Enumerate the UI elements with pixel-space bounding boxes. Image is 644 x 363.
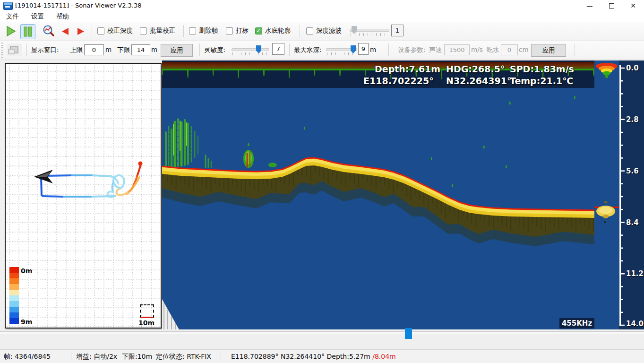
lower-limit-label: 下限 bbox=[117, 46, 130, 54]
checkbox-icon bbox=[189, 27, 196, 35]
draft-unit: cm bbox=[519, 46, 529, 53]
checkbox-icon bbox=[97, 27, 104, 35]
map-scale-label: 10m bbox=[138, 319, 155, 327]
overlay-speed: SPD:1.83m/s bbox=[510, 64, 574, 74]
close-button[interactable]: ✕ bbox=[622, 0, 644, 11]
max-depth-value: 9 bbox=[358, 43, 369, 55]
maximize-icon bbox=[609, 3, 614, 9]
display-apply-button[interactable]: 应用 bbox=[161, 44, 193, 57]
depth-tick-label: 2.8 bbox=[626, 115, 644, 124]
menu-bar: 文件 设置 帮助 bbox=[0, 11, 644, 22]
magnifier-chart-icon bbox=[42, 25, 55, 38]
overlay-latitude: N32.264391° bbox=[446, 76, 511, 86]
sonar-echogram[interactable]: Depth:7.61m HDG:268.5° SPD:1.83m/s E118.… bbox=[162, 60, 594, 329]
max-depth-slider[interactable] bbox=[326, 45, 357, 56]
depth-scale: 0.0 2.8 5.6 8.4 11.2 14.0 bbox=[619, 60, 644, 329]
toolbar-playback: 校正深度 批量校正 删除帧 打标 水底轮廓 深度滤波 1 bbox=[0, 22, 644, 41]
max-depth-label: 最大水深: bbox=[294, 46, 322, 54]
scrollbar-track[interactable] bbox=[0, 331, 644, 334]
window-title: [191014-151711] - Sonar Viewer V2.3.38 bbox=[15, 2, 142, 9]
overlay-heading: HDG:268.5° bbox=[446, 64, 505, 74]
app-icon bbox=[3, 2, 13, 10]
sound-speed-label: 声速 bbox=[429, 46, 442, 54]
checkbox-icon bbox=[140, 27, 147, 35]
sensitivity-label: 灵敏度: bbox=[204, 46, 225, 54]
depth-tick-label: 0.0 bbox=[626, 64, 644, 72]
menu-file[interactable]: 文件 bbox=[0, 12, 25, 21]
status-position: E118.702889° N32.264410° Depth:5.27m /8.… bbox=[231, 350, 396, 363]
pause-button[interactable] bbox=[20, 24, 35, 39]
checkbox-label: 删除帧 bbox=[199, 26, 218, 35]
track-map bbox=[6, 64, 161, 328]
arrow-left-icon bbox=[61, 27, 69, 35]
checkbox-depth-filter[interactable]: 深度滤波 bbox=[306, 26, 342, 35]
menu-settings[interactable]: 设置 bbox=[25, 12, 50, 21]
minimize-button[interactable]: — bbox=[579, 0, 601, 11]
checkbox-icon bbox=[306, 27, 313, 35]
checkbox-label: 校正深度 bbox=[107, 26, 133, 35]
checkbox-label: 批量校正 bbox=[150, 26, 175, 35]
depth-filter-value: 1 bbox=[391, 25, 404, 36]
fish-target-echo bbox=[243, 143, 277, 168]
play-button[interactable] bbox=[4, 24, 18, 38]
status-frame: 帧: 4364/6845 bbox=[4, 350, 51, 363]
checkbox-mark[interactable]: 打标 bbox=[226, 26, 249, 35]
device-apply-button[interactable]: 应用 bbox=[531, 44, 566, 57]
depth-tick-label: 8.4 bbox=[626, 218, 644, 227]
scrollbar-thumb[interactable] bbox=[405, 328, 412, 339]
checkbox-bottom-contour[interactable]: 水底轮廓 bbox=[255, 26, 291, 35]
checkbox-icon bbox=[255, 27, 262, 35]
upper-limit-unit: m bbox=[105, 46, 112, 53]
checkbox-label: 水底轮廓 bbox=[265, 26, 291, 35]
close-icon: ✕ bbox=[630, 2, 636, 9]
checkbox-batch-correct[interactable]: 批量校正 bbox=[140, 26, 175, 35]
track-map-panel[interactable]: 0m 9m 10m bbox=[5, 63, 162, 328]
overlay-temperature: Temp:21.1℃ bbox=[510, 76, 573, 86]
draft-input: 0 bbox=[501, 44, 518, 55]
status-fix: 定位状态: RTK-FIX bbox=[156, 350, 211, 363]
status-position-text: E118.702889° N32.264410° Depth:5.27m bbox=[231, 353, 372, 360]
depth-tick-label: 5.6 bbox=[626, 167, 644, 175]
next-frame-button[interactable] bbox=[75, 24, 87, 38]
depth-tick-label: 14.0 bbox=[626, 320, 644, 328]
upper-limit-label: 上限 bbox=[70, 46, 83, 54]
legend-max-label: 9m bbox=[21, 318, 32, 326]
overlay-longitude: E118.702225° bbox=[363, 76, 434, 86]
minimize-icon: — bbox=[587, 2, 593, 9]
status-depth-alt: /8.04m bbox=[372, 353, 396, 360]
vegetation-echo bbox=[166, 119, 211, 167]
a-scope-column bbox=[594, 60, 619, 329]
checkbox-delete-frame[interactable]: 删除帧 bbox=[189, 26, 218, 35]
upper-limit-input[interactable]: 0 bbox=[84, 44, 104, 55]
sound-speed-unit: m/s bbox=[471, 46, 483, 53]
depth-tick-label: 11.2 bbox=[626, 269, 644, 278]
title-bar: [191014-151711] - Sonar Viewer V2.3.38 —… bbox=[0, 0, 644, 11]
draft-label: 吃水 bbox=[487, 46, 499, 54]
app-window: [191014-151711] - Sonar Viewer V2.3.38 —… bbox=[0, 0, 644, 363]
checkbox-correct-depth[interactable]: 校正深度 bbox=[97, 26, 133, 35]
checkbox-label: 深度滤波 bbox=[316, 26, 342, 35]
checkbox-label: 打标 bbox=[236, 26, 249, 35]
max-depth-unit: m bbox=[370, 46, 376, 53]
arrow-right-icon bbox=[77, 27, 85, 35]
display-window-label: 显示窗口: bbox=[31, 46, 59, 54]
map-scale-box bbox=[140, 304, 154, 318]
lower-limit-unit: m bbox=[151, 46, 157, 53]
status-bar: 帧: 4364/6845 增益: 自动/2x 下限:10m 定位状态: RTK-… bbox=[0, 349, 644, 363]
lower-limit-input[interactable]: 14 bbox=[131, 44, 150, 55]
legend-min-label: 0m bbox=[21, 267, 32, 275]
timeline-scrollbar[interactable] bbox=[0, 329, 644, 349]
frequency-badge: 455KHz bbox=[559, 318, 594, 328]
toolbar-settings: 显示窗口: 上限 0 m 下限 14 m 应用 灵敏度: 7 最大水深: 9 m… bbox=[0, 40, 644, 60]
layout-button-disabled bbox=[7, 43, 22, 56]
prev-frame-button[interactable] bbox=[59, 24, 71, 38]
sound-speed-input: 1500 bbox=[444, 44, 470, 55]
maximize-button[interactable] bbox=[601, 0, 622, 11]
pause-icon bbox=[23, 26, 33, 37]
toolbar-grip[interactable] bbox=[1, 43, 3, 58]
zoom-tool-button[interactable] bbox=[42, 24, 56, 38]
menu-help[interactable]: 帮助 bbox=[50, 12, 75, 21]
sensitivity-value: 7 bbox=[272, 43, 284, 55]
sensitivity-slider[interactable] bbox=[232, 45, 269, 56]
depth-filter-slider[interactable] bbox=[350, 26, 389, 37]
